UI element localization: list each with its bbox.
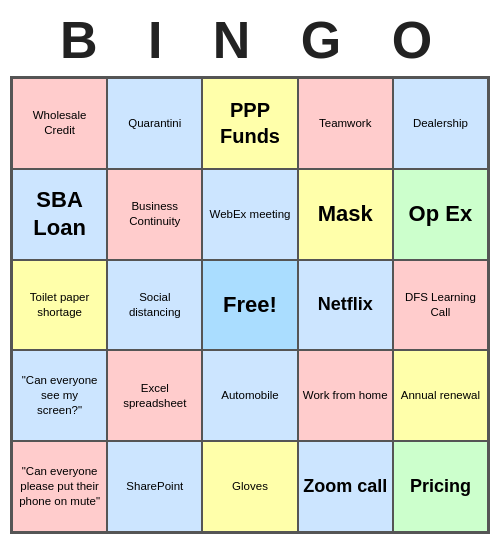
bingo-cell: Teamwork [298, 78, 393, 169]
bingo-cell: Wholesale Credit [12, 78, 107, 169]
bingo-cell: Free! [202, 260, 297, 351]
bingo-cell: Business Continuity [107, 169, 202, 260]
bingo-cell: SBA Loan [12, 169, 107, 260]
bingo-cell: Op Ex [393, 169, 488, 260]
bingo-cell: PPP Funds [202, 78, 297, 169]
bingo-cell: DFS Learning Call [393, 260, 488, 351]
bingo-cell: Zoom call [298, 441, 393, 532]
bingo-cell: WebEx meeting [202, 169, 297, 260]
bingo-cell: Mask [298, 169, 393, 260]
bingo-cell: Annual renewal [393, 350, 488, 441]
bingo-cell: Automobile [202, 350, 297, 441]
bingo-cell: Social distancing [107, 260, 202, 351]
bingo-cell: Netflix [298, 260, 393, 351]
bingo-cell: Toilet paper shortage [12, 260, 107, 351]
bingo-cell: SharePoint [107, 441, 202, 532]
bingo-cell: "Can everyone see my screen?" [12, 350, 107, 441]
bingo-cell: Gloves [202, 441, 297, 532]
bingo-cell: Excel spreadsheet [107, 350, 202, 441]
bingo-title: B I N G O [50, 10, 450, 70]
bingo-cell: Pricing [393, 441, 488, 532]
bingo-cell: Dealership [393, 78, 488, 169]
bingo-cell: Quarantini [107, 78, 202, 169]
bingo-grid: Wholesale CreditQuarantiniPPP FundsTeamw… [10, 76, 490, 534]
bingo-cell: "Can everyone please put their phone on … [12, 441, 107, 532]
bingo-cell: Work from home [298, 350, 393, 441]
